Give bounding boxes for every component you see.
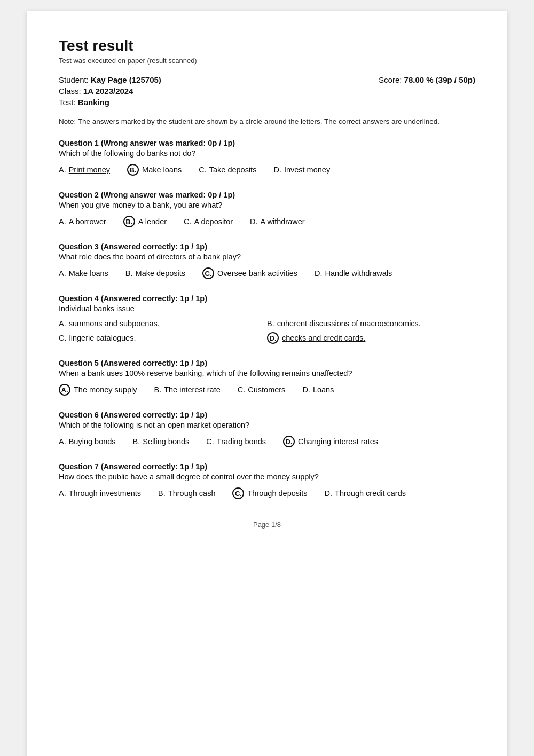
option-text-6-1: Buying bonds xyxy=(69,437,116,446)
class-label: Class: xyxy=(59,86,81,96)
option-letter-6-3: C. xyxy=(206,437,214,446)
option-5-2: B.The interest rate xyxy=(154,385,220,394)
class-value: 1A 2023/2024 xyxy=(83,86,134,96)
option-letter-1-3: C. xyxy=(199,166,207,174)
option-1-1: A.Print money xyxy=(59,166,110,174)
option-text-4-4: checks and credit cards. xyxy=(282,334,365,342)
option-6-3: C.Trading bonds xyxy=(206,437,266,446)
option-text-6-3: Trading bonds xyxy=(217,437,266,446)
option-2-4: D.A withdrawer xyxy=(250,217,305,226)
test-value: Banking xyxy=(78,98,109,107)
option-5-1: A.The money supply xyxy=(59,384,137,396)
question-block-5: Question 5 (Answered correctly: 1p / 1p)… xyxy=(59,359,475,396)
page-container: Test result Test was executed on paper (… xyxy=(27,11,507,756)
option-text-6-2: Selling bonds xyxy=(143,437,189,446)
score-right: Score: 78.00 % (39p / 50p) xyxy=(379,75,475,84)
student-row: Student: Kay Page (125705) Score: 78.00 … xyxy=(59,75,475,84)
question-header-2: Question 2 (Wrong answer was marked: 0p … xyxy=(59,191,475,199)
class-row: Class: 1A 2023/2024 xyxy=(59,86,475,96)
option-7-3: C.Through deposits xyxy=(232,487,307,499)
question-text-6: Which of the following is not an open ma… xyxy=(59,421,475,429)
question-block-2: Question 2 (Wrong answer was marked: 0p … xyxy=(59,191,475,227)
option-5-4: D.Loans xyxy=(302,385,334,394)
option-5-3: C.Customers xyxy=(238,385,286,394)
option-letter-7-3: C. xyxy=(232,487,244,499)
option-text-5-2: The interest rate xyxy=(164,385,221,394)
option-6-2: B.Selling bonds xyxy=(133,437,190,446)
question-text-4: Individual banks issue xyxy=(59,304,475,313)
option-letter-4-2: B. xyxy=(267,319,274,328)
option-letter-2-4: D. xyxy=(250,217,258,226)
option-3-2: B.Make deposits xyxy=(125,269,185,278)
question-block-1: Question 1 (Wrong answer was marked: 0p … xyxy=(59,139,475,176)
option-letter-5-3: C. xyxy=(238,385,246,394)
option-letter-3-2: B. xyxy=(125,269,133,278)
option-letter-5-2: B. xyxy=(154,385,161,394)
page-footer: Page 1/8 xyxy=(59,521,475,529)
options-grid-4: A.summons and subpoenas.B.coherent discu… xyxy=(59,319,475,344)
question-header-6: Question 6 (Answered correctly: 1p / 1p) xyxy=(59,411,475,419)
option-letter-2-3: C. xyxy=(184,217,192,226)
page-title: Test result xyxy=(59,37,475,54)
question-header-1: Question 1 (Wrong answer was marked: 0p … xyxy=(59,139,475,147)
question-block-4: Question 4 (Answered correctly: 1p / 1p)… xyxy=(59,294,475,344)
option-letter-3-1: A. xyxy=(59,269,66,278)
option-2-3: C.A depositor xyxy=(184,217,233,226)
option-text-7-2: Through cash xyxy=(168,489,216,498)
test-row: Test: Banking xyxy=(59,98,475,107)
option-3-3: C.Oversee bank activities xyxy=(202,267,297,279)
option-text-1-4: Invest money xyxy=(284,166,330,174)
options-row-5: A.The money supplyB.The interest rateC.C… xyxy=(59,384,475,396)
option-letter-1-4: D. xyxy=(273,166,281,174)
option-text-2-1: A borrower xyxy=(69,217,106,226)
option-4-1: A.summons and subpoenas. xyxy=(59,319,267,328)
question-block-3: Question 3 (Answered correctly: 1p / 1p)… xyxy=(59,242,475,279)
options-row-6: A.Buying bondsB.Selling bondsC.Trading b… xyxy=(59,436,475,447)
question-text-5: When a bank uses 100% reserve banking, w… xyxy=(59,369,475,377)
class-left: Class: 1A 2023/2024 xyxy=(59,86,134,96)
options-row-7: A.Through investmentsB.Through cashC.Thr… xyxy=(59,487,475,499)
question-header-3: Question 3 (Answered correctly: 1p / 1p) xyxy=(59,242,475,251)
option-text-7-1: Through investments xyxy=(69,489,141,498)
option-letter-4-3: C. xyxy=(59,334,67,342)
question-block-7: Question 7 (Answered correctly: 1p / 1p)… xyxy=(59,462,475,499)
option-7-4: D.Through credit cards xyxy=(325,489,406,498)
option-4-3: C.lingerie catalogues. xyxy=(59,332,267,344)
option-text-7-3: Through deposits xyxy=(247,489,307,498)
option-text-4-1: summons and subpoenas. xyxy=(69,319,160,328)
option-1-2: B.Make loans xyxy=(127,164,182,176)
question-header-7: Question 7 (Answered correctly: 1p / 1p) xyxy=(59,462,475,471)
student-label: Student: xyxy=(59,75,89,84)
option-1-4: D.Invest money xyxy=(273,166,330,174)
score-value: 78.00 % (39p / 50p) xyxy=(404,75,475,84)
option-letter-1-2: B. xyxy=(127,164,139,176)
question-header-5: Question 5 (Answered correctly: 1p / 1p) xyxy=(59,359,475,367)
test-left: Test: Banking xyxy=(59,98,109,107)
question-block-6: Question 6 (Answered correctly: 1p / 1p)… xyxy=(59,411,475,447)
score-label: Score: xyxy=(379,75,402,84)
option-text-5-3: Customers xyxy=(248,385,285,394)
option-4-2: B.coherent discussions of macroeconomics… xyxy=(267,319,475,328)
option-3-1: A.Make loans xyxy=(59,269,108,278)
option-letter-4-1: A. xyxy=(59,319,66,328)
option-letter-7-1: A. xyxy=(59,489,66,498)
option-text-4-2: coherent discussions of macroeconomics. xyxy=(277,319,421,328)
student-name: Kay Page (125705) xyxy=(91,75,161,84)
student-left: Student: Kay Page (125705) xyxy=(59,75,161,84)
note-text: Note: The answers marked by the student … xyxy=(59,116,475,127)
option-text-2-3: A depositor xyxy=(194,217,233,226)
options-row-3: A.Make loansB.Make depositsC.Oversee ban… xyxy=(59,267,475,279)
option-text-3-3: Oversee bank activities xyxy=(217,269,297,278)
test-label: Test: xyxy=(59,98,76,107)
option-letter-6-4: D. xyxy=(283,436,295,447)
option-text-6-4: Changing interest rates xyxy=(298,437,378,446)
option-letter-4-4: D. xyxy=(267,332,279,344)
student-info: Student: Kay Page (125705) Score: 78.00 … xyxy=(59,75,475,107)
options-row-2: A.A borrowerB.A lenderC.A depositorD.A w… xyxy=(59,216,475,227)
option-text-2-4: A withdrawer xyxy=(261,217,305,226)
page-subtitle: Test was executed on paper (result scann… xyxy=(59,57,475,65)
options-row-1: A.Print moneyB.Make loansC.Take deposits… xyxy=(59,164,475,176)
option-letter-2-2: B. xyxy=(123,216,135,227)
option-letter-7-4: D. xyxy=(325,489,333,498)
option-letter-5-4: D. xyxy=(302,385,310,394)
